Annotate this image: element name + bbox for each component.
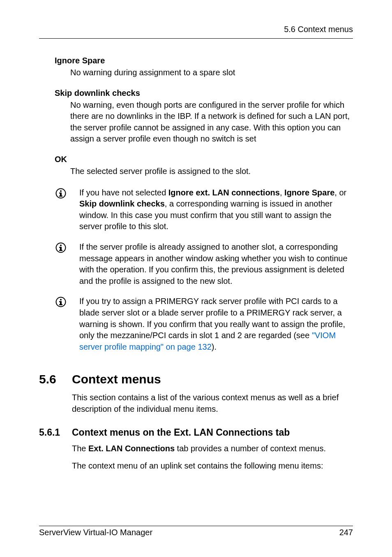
info-text: If you try to assign a PRIMERGY rack ser… bbox=[79, 296, 353, 353]
svg-point-1 bbox=[60, 190, 62, 192]
definition-ok: OK The selected server profile is assign… bbox=[55, 155, 353, 177]
svg-rect-9 bbox=[59, 250, 62, 251]
section-heading: 5.6 Context menus bbox=[39, 372, 353, 386]
subsection-body-2: The context menu of an uplink set contai… bbox=[72, 460, 353, 472]
page-header: 5.6 Context menus bbox=[39, 25, 353, 39]
svg-point-6 bbox=[60, 244, 62, 246]
info-icon bbox=[55, 297, 66, 307]
page-footer: ServerView Virtual-IO Manager 247 bbox=[39, 526, 353, 537]
definition-skip-downlink-checks: Skip downlink checks No warning, even th… bbox=[55, 88, 353, 145]
svg-point-11 bbox=[60, 299, 62, 301]
info-icon bbox=[55, 242, 66, 253]
subsection-heading: 5.6.1 Context menus on the Ext. LAN Conn… bbox=[39, 427, 353, 438]
svg-rect-3 bbox=[59, 193, 61, 194]
svg-rect-14 bbox=[59, 304, 62, 306]
definition-term: OK bbox=[55, 155, 353, 164]
footer-page-number: 247 bbox=[339, 528, 353, 537]
subsection-number: 5.6.1 bbox=[39, 427, 72, 438]
definition-description: The selected server profile is assigned … bbox=[70, 166, 353, 177]
section-body: This section contains a list of the vari… bbox=[72, 392, 353, 415]
svg-rect-4 bbox=[59, 195, 62, 197]
svg-rect-13 bbox=[59, 301, 61, 302]
definition-description: No warning, even though ports are config… bbox=[70, 100, 353, 145]
section-number: 5.6 bbox=[39, 372, 72, 386]
section-title: Context menus bbox=[72, 372, 161, 386]
subsection-title: Context menus on the Ext. LAN Connection… bbox=[72, 427, 290, 438]
info-note: If the server profile is already assigne… bbox=[55, 241, 353, 287]
definition-term: Skip downlink checks bbox=[55, 88, 353, 98]
definition-ignore-spare: Ignore Spare No warning during assignmen… bbox=[55, 56, 353, 79]
info-note: If you have not selected Ignore ext. LAN… bbox=[55, 187, 353, 232]
info-note: If you try to assign a PRIMERGY rack ser… bbox=[55, 296, 353, 353]
info-text: If you have not selected Ignore ext. LAN… bbox=[79, 187, 353, 232]
info-icon bbox=[55, 188, 66, 199]
breadcrumb: 5.6 Context menus bbox=[284, 25, 353, 34]
subsection-body: The Ext. LAN Connections tab provides a … bbox=[72, 443, 353, 455]
info-text: If the server profile is already assigne… bbox=[79, 241, 353, 287]
footer-left: ServerView Virtual-IO Manager bbox=[39, 528, 152, 537]
svg-rect-8 bbox=[59, 247, 61, 248]
definition-description: No warning during assignment to a spare … bbox=[70, 67, 353, 79]
definition-term: Ignore Spare bbox=[55, 56, 353, 65]
